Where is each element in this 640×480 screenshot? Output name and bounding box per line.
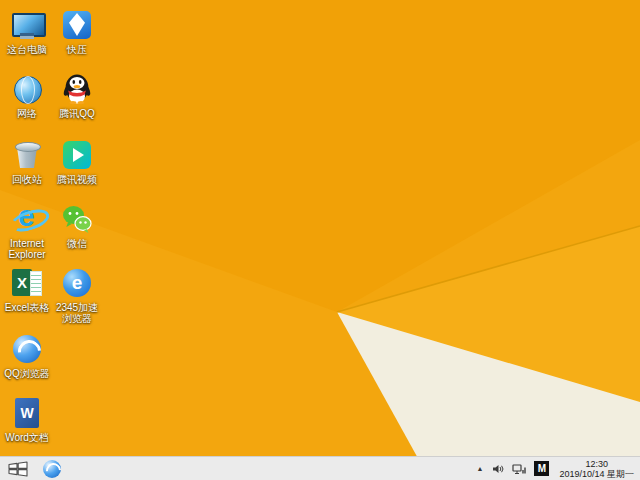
desktop-icon-kuaiya[interactable]: 快压: [52, 8, 102, 55]
icon-label: QQ浏览器: [2, 368, 52, 379]
start-button[interactable]: [0, 457, 36, 480]
play-button-icon: [60, 138, 94, 172]
qq-penguin-icon: [60, 72, 94, 106]
volume-icon[interactable]: [492, 463, 504, 475]
this-pc-icon: [10, 8, 44, 42]
desktop-icon-excel[interactable]: Excel表格: [2, 266, 52, 313]
desktop-icon-tencent-qq[interactable]: 腾讯QQ: [52, 72, 102, 119]
clock-time: 12:30: [559, 459, 634, 469]
taskbar-clock[interactable]: 12:30 2019/10/14 星期一: [557, 459, 634, 479]
internet-explorer-icon: [10, 202, 44, 236]
show-hidden-icons-button[interactable]: ▲: [476, 457, 485, 480]
recycle-bin-icon: [10, 138, 44, 172]
desktop-icon-recycle-bin[interactable]: 回收站: [2, 138, 52, 185]
icon-label: 回收站: [2, 174, 52, 185]
browser-e-icon: [60, 266, 94, 300]
icon-label: 快压: [52, 44, 102, 55]
taskbar-pinned-qq-browser[interactable]: [36, 457, 68, 480]
kite-icon: [60, 8, 94, 42]
desktop-icon-network[interactable]: 网络: [2, 72, 52, 119]
icon-label: Excel表格: [2, 302, 52, 313]
qq-browser-icon: [43, 460, 61, 478]
qq-browser-icon: [10, 332, 44, 366]
desktop[interactable]: 这台电脑 网络 回收站 Internet Explorer Excel表格 QQ…: [0, 0, 640, 480]
desktop-icon-2345-browser[interactable]: 2345加速浏览器: [52, 266, 102, 324]
ime-indicator[interactable]: M: [534, 461, 549, 476]
windows-logo-icon: [7, 460, 29, 478]
desktop-icon-qq-browser[interactable]: QQ浏览器: [2, 332, 52, 379]
word-icon: [10, 396, 44, 430]
icon-label: Internet Explorer: [2, 238, 52, 260]
desktop-icon-internet-explorer[interactable]: Internet Explorer: [2, 202, 52, 260]
icon-label: 腾讯QQ: [52, 108, 102, 119]
taskbar: ▲ M 12:30 2019/10/14 星期一: [0, 456, 640, 480]
icon-label: 这台电脑: [2, 44, 52, 55]
wechat-bubbles-icon: [60, 202, 94, 236]
icon-label: 腾讯视频: [52, 174, 102, 185]
icon-label: 网络: [2, 108, 52, 119]
desktop-icon-wechat[interactable]: 微信: [52, 202, 102, 249]
icon-label: Word文档: [2, 432, 52, 443]
clock-date: 2019/10/14 星期一: [559, 469, 634, 479]
system-tray: ▲ M 12:30 2019/10/14 星期一: [472, 457, 640, 480]
desktop-icon-word[interactable]: Word文档: [2, 396, 52, 443]
icon-label: 2345加速浏览器: [52, 302, 102, 324]
network-globe-icon: [10, 72, 44, 106]
network-icon[interactable]: [512, 463, 526, 475]
excel-icon: [10, 266, 44, 300]
icon-label: 微信: [52, 238, 102, 249]
desktop-icon-this-pc[interactable]: 这台电脑: [2, 8, 52, 55]
desktop-icon-tencent-video[interactable]: 腾讯视频: [52, 138, 102, 185]
